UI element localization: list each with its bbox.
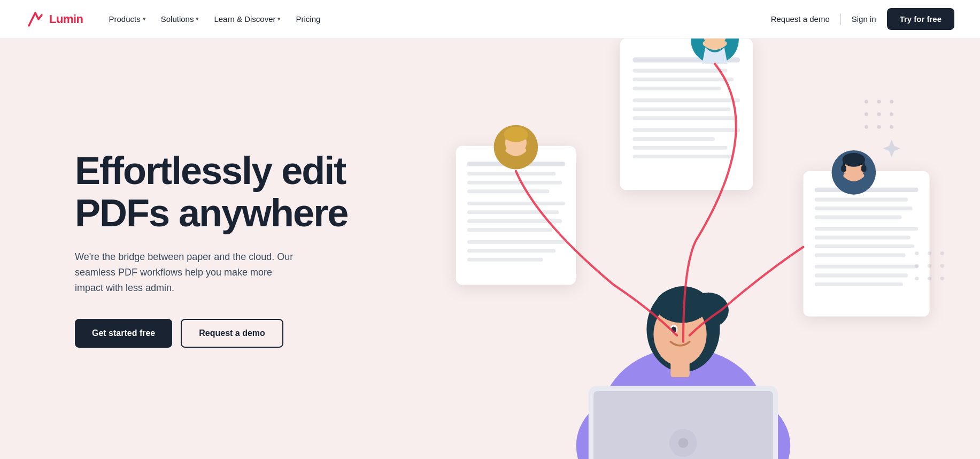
svg-point-7	[877, 125, 881, 128]
svg-rect-41	[815, 206, 913, 210]
svg-rect-68	[670, 362, 689, 377]
nav-learn-discover[interactable]: Learn & Discover ▾	[207, 10, 287, 28]
svg-point-4	[877, 112, 881, 116]
logo-link[interactable]: Lumin	[26, 10, 83, 29]
hero-illustration	[412, 39, 980, 459]
svg-rect-13	[632, 98, 740, 102]
svg-point-76	[928, 277, 931, 280]
nav-right: Request a demo Sign in Try for free	[769, 8, 954, 30]
nav-links: Products ▾ Solutions ▾ Learn & Discover …	[103, 10, 327, 28]
svg-rect-11	[632, 78, 734, 81]
chevron-down-icon: ▾	[196, 16, 199, 22]
nav-divider	[840, 13, 841, 25]
svg-rect-32	[467, 228, 552, 232]
hero-buttons: Get started free Request a demo	[75, 319, 353, 348]
svg-point-70	[928, 251, 931, 255]
svg-point-73	[928, 264, 931, 267]
dots-decoration	[865, 100, 893, 128]
svg-point-5	[890, 112, 893, 116]
svg-point-77	[940, 277, 944, 280]
illustration-svg	[412, 39, 980, 459]
svg-point-74	[940, 264, 944, 267]
logo-text: Lumin	[49, 12, 83, 26]
svg-rect-33	[467, 240, 565, 243]
hero-title: Effortlessly edit PDFs anywhere	[75, 150, 353, 234]
svg-rect-48	[815, 273, 908, 277]
try-for-free-button[interactable]: Try for free	[887, 8, 954, 30]
svg-rect-28	[467, 189, 550, 193]
svg-rect-35	[467, 258, 543, 262]
chevron-down-icon: ▾	[277, 16, 281, 22]
svg-rect-18	[632, 146, 727, 149]
logo-icon	[26, 10, 45, 29]
svg-point-1	[877, 100, 881, 103]
nav-solutions[interactable]: Solutions ▾	[155, 10, 206, 28]
svg-point-75	[915, 277, 919, 280]
svg-rect-19	[632, 155, 734, 158]
svg-rect-44	[815, 235, 911, 239]
svg-point-71	[940, 251, 944, 255]
svg-rect-53	[841, 165, 846, 172]
hero-request-demo-button[interactable]: Request a demo	[181, 319, 283, 348]
navbar: Lumin Products ▾ Solutions ▾ Learn & Dis…	[0, 0, 980, 39]
svg-point-0	[865, 100, 868, 103]
svg-point-61	[678, 438, 688, 448]
doc-card-right	[803, 171, 929, 317]
sign-in-button[interactable]: Sign in	[850, 10, 878, 28]
svg-point-72	[915, 264, 919, 267]
svg-point-3	[865, 112, 868, 116]
svg-rect-27	[467, 180, 562, 184]
svg-rect-30	[467, 210, 559, 214]
hero-subtitle: We're the bridge between paper and the c…	[75, 249, 299, 295]
hero-content: Effortlessly edit PDFs anywhere We're th…	[75, 150, 353, 348]
hero-section: Effortlessly edit PDFs anywhere We're th…	[0, 39, 980, 459]
svg-rect-26	[467, 172, 555, 175]
request-demo-button[interactable]: Request a demo	[769, 10, 832, 28]
svg-rect-49	[815, 282, 903, 286]
svg-rect-42	[815, 215, 902, 219]
svg-rect-29	[467, 201, 565, 205]
svg-point-65	[655, 287, 708, 323]
svg-rect-43	[815, 227, 919, 231]
svg-rect-54	[861, 165, 866, 172]
svg-rect-12	[632, 86, 721, 90]
svg-rect-47	[815, 265, 919, 269]
nav-left: Lumin Products ▾ Solutions ▾ Learn & Dis…	[26, 10, 327, 29]
svg-point-69	[915, 251, 919, 255]
svg-rect-34	[467, 249, 555, 253]
svg-rect-46	[815, 253, 906, 257]
svg-point-2	[890, 100, 893, 103]
nav-pricing[interactable]: Pricing	[289, 10, 327, 28]
svg-rect-15	[632, 116, 737, 120]
svg-point-6	[865, 125, 868, 128]
svg-point-8	[890, 125, 893, 128]
svg-rect-16	[632, 128, 740, 132]
get-started-button[interactable]: Get started free	[75, 319, 172, 348]
nav-products[interactable]: Products ▾	[103, 10, 152, 28]
svg-rect-17	[632, 137, 715, 141]
svg-rect-10	[632, 68, 727, 72]
svg-rect-40	[815, 197, 908, 201]
sparkle-decoration	[883, 140, 900, 157]
svg-rect-14	[632, 107, 730, 111]
svg-rect-45	[815, 244, 915, 248]
chevron-down-icon: ▾	[143, 16, 146, 22]
